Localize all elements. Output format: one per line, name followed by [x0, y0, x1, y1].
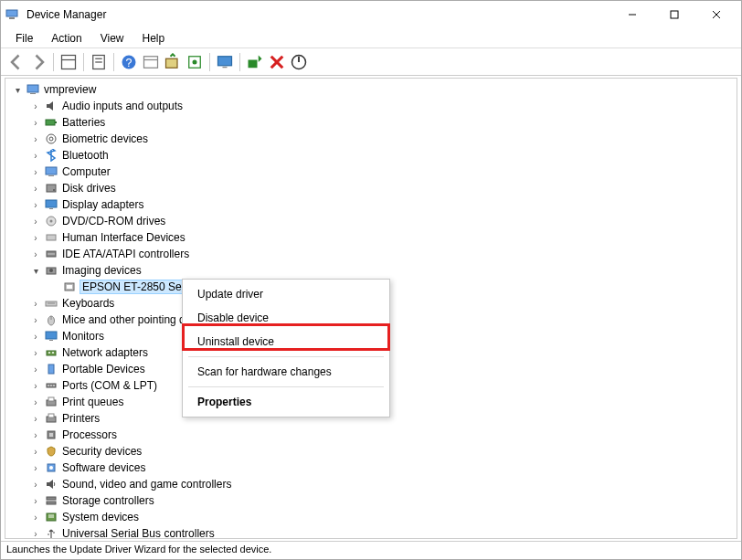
tree-item[interactable]: ›Bluetooth	[5, 147, 737, 164]
toolbar-sep	[83, 53, 84, 71]
tree-item-label: Network adapters	[62, 346, 148, 359]
chevron-right-icon[interactable]: ›	[29, 527, 42, 539]
chevron-right-icon[interactable]: ›	[29, 248, 42, 260]
svg-point-33	[53, 189, 55, 191]
menu-file[interactable]: File	[6, 30, 42, 47]
tree-item[interactable]: ›IDE ATA/ATAPI controllers	[5, 246, 737, 262]
svg-rect-18	[218, 56, 232, 65]
keyboard-icon	[44, 296, 58, 311]
svg-point-42	[49, 269, 53, 272]
tree-item[interactable]: ›Display adapters	[5, 196, 737, 213]
tree-item[interactable]: ›Batteries	[5, 114, 737, 131]
chevron-right-icon[interactable]: ›	[29, 149, 42, 162]
monitor-icon	[44, 329, 58, 343]
close-button[interactable]	[695, 1, 737, 28]
tree-item[interactable]: ▾Imaging devices	[5, 262, 737, 279]
display-icon	[44, 197, 58, 212]
tree-item-label: Sound, video and game controllers	[62, 478, 231, 491]
chevron-right-icon[interactable]: ›	[29, 165, 42, 178]
chevron-right-icon[interactable]: ›	[29, 100, 42, 112]
tree-item[interactable]: ›Processors	[5, 427, 737, 443]
svg-rect-20	[249, 59, 258, 68]
minimize-button[interactable]	[611, 1, 653, 28]
portable-icon	[44, 362, 58, 376]
tree-root[interactable]: ▾ vmpreview	[5, 81, 737, 98]
chevron-right-icon[interactable]: ›	[29, 182, 42, 195]
chevron-right-icon[interactable]: ›	[29, 116, 42, 129]
statusbar: Launches the Update Driver Wizard for th…	[1, 541, 741, 559]
chevron-right-icon[interactable]: ›	[29, 330, 42, 343]
chevron-right-icon[interactable]: ›	[29, 198, 42, 211]
chevron-right-icon[interactable]: ›	[29, 412, 42, 425]
chevron-right-icon[interactable]: ›	[29, 297, 42, 310]
svg-rect-67	[47, 497, 56, 500]
ctx-properties[interactable]: Properties	[183, 390, 389, 414]
tree-item[interactable]: ›Sound, video and game controllers	[5, 476, 737, 492]
tree-item[interactable]: ›Disk drives	[5, 180, 737, 196]
menu-help[interactable]: Help	[133, 30, 175, 47]
tree-item[interactable]: ›Storage controllers	[5, 492, 737, 509]
chevron-right-icon[interactable]: ›	[29, 379, 42, 392]
maximize-button[interactable]	[653, 1, 695, 28]
scan-hardware-button[interactable]	[185, 52, 205, 72]
tree-item-label: Human Interface Devices	[62, 231, 186, 244]
chevron-right-icon[interactable]: ›	[29, 231, 42, 244]
ctx-scan-hardware[interactable]: Scan for hardware changes	[183, 360, 389, 384]
titlebar: Device Manager	[1, 1, 741, 28]
chevron-down-icon[interactable]: ▾	[11, 83, 24, 96]
tree-item-label: Audio inputs and outputs	[62, 100, 183, 112]
remove-device-button[interactable]	[267, 52, 287, 72]
chevron-right-icon[interactable]: ›	[29, 215, 42, 227]
ctx-disable-device[interactable]: Disable device	[183, 306, 389, 330]
svg-rect-3	[671, 11, 678, 18]
tree-item[interactable]: ›Universal Serial Bus controllers	[5, 525, 737, 539]
menu-action[interactable]: Action	[42, 30, 90, 47]
audio-icon	[44, 99, 58, 113]
update-driver-button[interactable]	[163, 52, 183, 72]
tree-item[interactable]: ›Audio inputs and outputs	[5, 98, 737, 114]
chevron-right-icon[interactable]: ›	[29, 511, 42, 523]
options-button[interactable]	[141, 52, 161, 72]
ctx-uninstall-device[interactable]: Uninstall device	[183, 330, 389, 354]
chevron-right-icon[interactable]: ›	[29, 363, 42, 375]
tree-item-label: IDE ATA/ATAPI controllers	[62, 248, 189, 260]
svg-rect-13	[144, 56, 158, 68]
chevron-right-icon[interactable]: ›	[29, 494, 42, 507]
tree-item-label: Monitors	[62, 330, 104, 343]
chevron-right-icon[interactable]: ›	[29, 478, 42, 491]
svg-rect-25	[30, 93, 36, 94]
tree-item[interactable]: ›Software devices	[5, 460, 737, 476]
tree-item[interactable]: ›Security devices	[5, 443, 737, 460]
back-button[interactable]	[6, 52, 26, 72]
tree-item[interactable]: ›DVD/CD-ROM drives	[5, 213, 737, 229]
chevron-right-icon[interactable]: ›	[29, 428, 42, 441]
tree-item-label: Processors	[62, 428, 117, 441]
chevron-right-icon[interactable]: ›	[29, 346, 42, 359]
show-hide-button[interactable]	[58, 52, 79, 72]
chevron-right-icon[interactable]: ›	[29, 445, 42, 458]
tree-item-label: Disk drives	[62, 182, 116, 195]
tree-item-label: DVD/CD-ROM drives	[62, 215, 165, 227]
tree-item[interactable]: ›Human Interface Devices	[5, 229, 737, 246]
ctx-update-driver[interactable]: Update driver	[183, 282, 389, 306]
chevron-down-icon[interactable]: ▾	[29, 264, 42, 277]
menu-view[interactable]: View	[91, 30, 133, 47]
printqueue-icon	[44, 395, 58, 409]
tree-item[interactable]: ›System devices	[5, 509, 737, 525]
chevron-right-icon[interactable]: ›	[29, 132, 42, 145]
toolbar: ?	[1, 48, 741, 76]
properties-button[interactable]	[89, 52, 109, 72]
svg-rect-50	[49, 340, 53, 341]
chevron-right-icon[interactable]: ›	[29, 461, 42, 474]
monitor-button[interactable]	[215, 52, 235, 72]
tree-item[interactable]: ›Computer	[5, 164, 737, 180]
help-button[interactable]: ?	[119, 52, 139, 72]
add-device-button[interactable]	[245, 52, 265, 72]
svg-rect-0	[6, 10, 17, 16]
forward-button[interactable]	[28, 52, 48, 72]
chevron-right-icon[interactable]: ›	[29, 313, 42, 326]
chevron-right-icon[interactable]: ›	[29, 396, 42, 408]
svg-rect-15	[166, 58, 178, 68]
enable-button[interactable]	[289, 52, 309, 72]
tree-item[interactable]: ›Biometric devices	[5, 131, 737, 147]
